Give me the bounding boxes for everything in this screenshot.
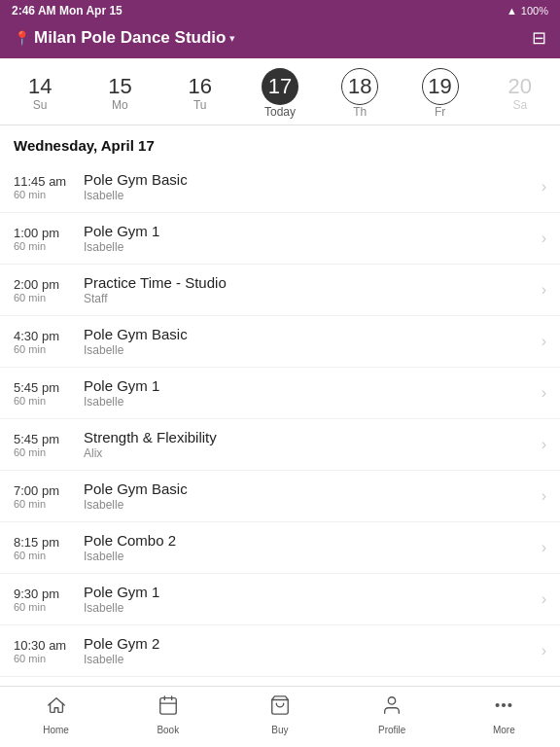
wifi-icon: ▲: [507, 5, 517, 17]
class-duration: 60 min: [14, 550, 84, 561]
chevron-right-icon: ›: [542, 178, 546, 196]
class-duration: 60 min: [14, 446, 84, 458]
class-info: Pole Gym 2 Isabelle: [84, 635, 542, 666]
class-instructor: Isabelle: [84, 395, 542, 409]
class-name: Pole Gym 1: [84, 584, 542, 600]
bottom-nav: HomeBookBuyProfileMore: [0, 686, 560, 747]
class-name: Pole Gym Basic: [84, 326, 542, 342]
status-indicators: ▲ 100%: [507, 5, 548, 17]
date-day-label: Su: [33, 98, 48, 112]
date-number: 19: [422, 68, 459, 105]
table-row[interactable]: 8:15 pm 60 min Pole Combo 2 Isabelle ›: [0, 522, 560, 574]
table-row[interactable]: 1:00 pm 60 min Pole Gym 1 Isabelle ›: [0, 213, 560, 265]
profile-icon: [381, 694, 402, 722]
class-time: 1:00 pm: [14, 226, 84, 240]
class-info: Pole Gym 1 Isabelle: [84, 223, 542, 254]
date-day-label: Fr: [435, 105, 445, 119]
class-time: 8:15 pm: [14, 535, 84, 550]
svg-rect-0: [160, 698, 177, 715]
nav-label-book: Book: [157, 725, 179, 735]
nav-item-book[interactable]: Book: [139, 694, 197, 735]
nav-item-home[interactable]: Home: [27, 694, 86, 735]
date-item-16[interactable]: 16Tu: [171, 75, 229, 112]
svg-point-6: [497, 704, 500, 707]
book-icon: [158, 694, 179, 722]
class-time: 5:45 pm: [14, 380, 84, 395]
class-name: Strength & Flexibility: [84, 429, 542, 445]
chevron-right-icon: ›: [542, 642, 546, 659]
nav-label-buy: Buy: [271, 725, 288, 735]
table-row[interactable]: 4:30 pm 60 min Pole Gym Basic Isabelle ›: [0, 316, 560, 368]
chevron-right-icon: ›: [542, 333, 546, 350]
class-info: Pole Gym 1 Isabelle: [84, 584, 542, 615]
battery-icon: 100%: [521, 5, 548, 17]
class-duration: 60 min: [14, 395, 84, 407]
nav-item-more[interactable]: More: [474, 694, 533, 735]
class-info: Pole Gym Basic Isabelle: [84, 480, 542, 512]
date-item-14[interactable]: 14Su: [11, 75, 69, 112]
chevron-right-icon: ›: [542, 230, 546, 247]
table-row[interactable]: 10:30 am 60 min Pole Gym 2 Isabelle ›: [0, 625, 560, 677]
date-number: 18: [341, 68, 378, 105]
buy-icon: [269, 694, 291, 722]
class-time: 11:45 am: [14, 174, 84, 189]
nav-item-buy[interactable]: Buy: [251, 694, 309, 735]
class-time-block: 9:30 pm 60 min: [14, 587, 84, 613]
studio-name: Milan Pole Dance Studio: [34, 28, 226, 48]
table-row[interactable]: 2:00 pm 60 min Practice Time - Studio St…: [0, 265, 560, 316]
date-item-17[interactable]: 17Today: [251, 68, 309, 119]
class-name: Pole Gym Basic: [84, 171, 542, 188]
class-duration: 60 min: [14, 240, 84, 252]
date-day-label: Today: [264, 105, 296, 119]
table-row[interactable]: 7:00 pm 60 min Pole Gym Basic Isabelle ›: [0, 471, 560, 522]
class-info: Practice Time - Studio Staff: [84, 274, 542, 305]
class-name: Pole Gym 1: [84, 223, 542, 239]
class-info: Pole Gym Basic Isabelle: [84, 171, 542, 202]
class-time-block: 2:00 pm 60 min: [14, 277, 84, 303]
class-instructor: Isabelle: [84, 601, 542, 615]
svg-point-5: [388, 697, 395, 704]
nav-item-profile[interactable]: Profile: [363, 694, 421, 735]
class-time-block: 5:45 pm 60 min: [14, 380, 84, 407]
chevron-right-icon: ›: [542, 384, 546, 402]
class-instructor: Alix: [84, 446, 542, 460]
class-instructor: Isabelle: [84, 189, 542, 202]
class-name: Pole Gym Basic: [84, 480, 542, 497]
home-icon: [46, 694, 67, 722]
chevron-right-icon: ›: [542, 539, 546, 556]
class-info: Pole Gym Basic Isabelle: [84, 326, 542, 357]
class-time: 9:30 pm: [14, 587, 84, 601]
date-item-18[interactable]: 18Th: [331, 68, 389, 119]
table-row[interactable]: 9:30 pm 60 min Pole Gym 1 Isabelle ›: [0, 574, 560, 625]
chevron-down-icon: ▾: [229, 32, 235, 45]
date-item-15[interactable]: 15Mo: [90, 75, 149, 112]
class-time-block: 4:30 pm 60 min: [14, 329, 84, 355]
date-item-20[interactable]: 20Sa: [491, 75, 549, 112]
class-duration: 60 min: [14, 343, 84, 355]
date-item-19[interactable]: 19Fr: [411, 68, 470, 119]
date-strip: 14Su15Mo16Tu17Today18Th19Fr20Sa: [0, 58, 560, 125]
date-number: 15: [108, 75, 131, 98]
status-bar: 2:46 AM Mon Apr 15 ▲ 100%: [0, 0, 560, 21]
class-instructor: Isabelle: [84, 498, 542, 512]
class-duration: 60 min: [14, 498, 84, 510]
class-time-block: 5:45 pm 60 min: [14, 432, 84, 458]
class-name: Pole Combo 2: [84, 532, 542, 549]
table-row[interactable]: 5:45 pm 60 min Pole Gym 1 Isabelle ›: [0, 368, 560, 419]
table-row[interactable]: 11:45 am 60 min Pole Gym Basic Isabelle …: [0, 161, 560, 213]
date-number: 16: [188, 75, 211, 98]
chevron-right-icon: ›: [542, 487, 546, 505]
studio-selector[interactable]: 📍 Milan Pole Dance Studio ▾: [14, 28, 235, 48]
date-day-label: Mo: [112, 98, 128, 112]
more-icon: [493, 694, 514, 722]
chevron-right-icon: ›: [542, 281, 546, 299]
filter-icon[interactable]: ⊟: [532, 27, 546, 49]
nav-label-profile: Profile: [378, 725, 405, 735]
class-time: 4:30 pm: [14, 329, 84, 343]
classes-list: 11:45 am 60 min Pole Gym Basic Isabelle …: [0, 161, 560, 686]
section-header: Wednesday, April 17: [0, 125, 560, 161]
class-instructor: Isabelle: [84, 653, 542, 666]
class-name: Practice Time - Studio: [84, 274, 542, 291]
class-instructor: Staff: [84, 292, 542, 305]
table-row[interactable]: 5:45 pm 60 min Strength & Flexibility Al…: [0, 419, 560, 471]
